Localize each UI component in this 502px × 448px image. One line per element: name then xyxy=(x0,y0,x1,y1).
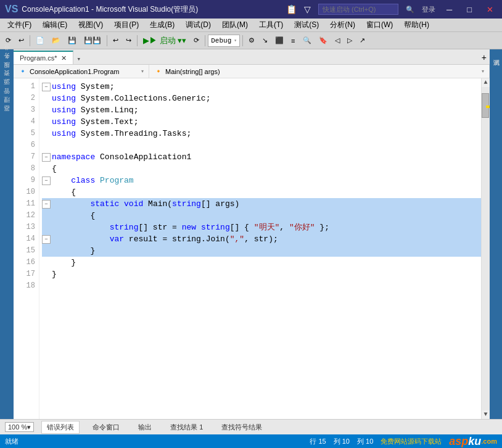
toolbar-new[interactable]: 📄 xyxy=(33,35,47,46)
code-line-3[interactable]: using System.Linq; xyxy=(42,104,481,116)
zoom-selector[interactable]: 100 % ▾ xyxy=(5,422,34,432)
left-sidebar-tab-5[interactable]: 管 xyxy=(1,95,12,102)
toolbar-watch[interactable]: ≡ xyxy=(288,35,298,46)
toolbar: ⟳ ↩ 📄 📂 💾 💾💾 ↩ ↪ ▶ ▶ 启动 ▾ ▾ ⟳ Debug ▾ ⚙ … xyxy=(0,32,502,49)
main-area: 业务服资源管理器 Program.cs* ✕ ▾ + 🔹 ConsoleAppl… xyxy=(0,49,502,419)
collapse-icon-14[interactable]: − xyxy=(42,235,51,244)
code-line-15[interactable]: } xyxy=(42,245,481,257)
left-sidebar-tab-3[interactable]: 资 xyxy=(1,78,12,85)
tab-overflow-btn[interactable]: ▾ xyxy=(73,54,85,64)
code-line-8[interactable]: { xyxy=(42,163,481,175)
maximize-btn[interactable]: □ xyxy=(463,4,475,15)
menu-item-项目(P)[interactable]: 项目(P) xyxy=(109,19,144,31)
line-number-10: 10 xyxy=(14,186,35,198)
zoom-arrow[interactable]: ▾ xyxy=(27,423,31,431)
code-line-12[interactable]: { xyxy=(42,210,481,222)
code-line-4[interactable]: using System.Text; xyxy=(42,116,481,128)
scroll-down-btn[interactable]: ▼ xyxy=(482,410,490,419)
menu-item-帮助(H)[interactable]: 帮助(H) xyxy=(399,19,434,31)
toolbar-arch[interactable]: ⚙ xyxy=(245,35,258,46)
code-content[interactable]: −using System;using System.Collections.G… xyxy=(39,78,481,419)
code-line-1[interactable]: −using System; xyxy=(42,81,481,93)
toolbar-condition[interactable]: 🔍 xyxy=(300,35,315,46)
collapse-icon-1[interactable]: − xyxy=(42,83,51,91)
toolbar-saveall[interactable]: 💾💾 xyxy=(81,35,104,46)
code-line-2[interactable]: using System.Collections.Generic; xyxy=(42,93,481,104)
left-sidebar-tab-6[interactable]: 理 xyxy=(1,104,12,111)
bottom-tab-3[interactable]: 查找结果 1 xyxy=(165,421,208,434)
minimize-btn[interactable]: ─ xyxy=(443,4,456,15)
code-text-8: { xyxy=(52,163,57,175)
code-line-18[interactable] xyxy=(42,280,481,292)
toolbar-btn-1[interactable]: ⟳ xyxy=(2,35,14,46)
menu-item-视图(V)[interactable]: 视图(V) xyxy=(73,19,108,31)
scroll-track[interactable] xyxy=(482,87,490,410)
code-line-5[interactable]: using System.Threading.Tasks; xyxy=(42,128,481,139)
class-nav-dropdown[interactable]: 🔹 ConsoleApplication1.Program ▾ xyxy=(14,65,149,78)
close-btn[interactable]: ✕ xyxy=(483,4,497,15)
code-line-6[interactable] xyxy=(42,139,481,151)
code-area[interactable]: 123456789101112131415161718 −using Syste… xyxy=(14,78,490,419)
menu-item-工具(T)[interactable]: 工具(T) xyxy=(254,19,288,31)
bottom-tab-1[interactable]: 命令窗口 xyxy=(87,421,125,434)
code-line-14[interactable]: − var result = string.Join(",", str); xyxy=(42,233,481,245)
filter-icon[interactable]: ▽ xyxy=(304,4,311,14)
code-line-11[interactable]: − static void Main(string[] args) xyxy=(42,198,481,210)
toolbar-open[interactable]: 📂 xyxy=(49,35,64,46)
menu-item-调试(D)[interactable]: 调试(D) xyxy=(181,19,216,31)
code-text-5: using System.Threading.Tasks; xyxy=(52,128,191,139)
toolbar-nav2[interactable]: ▷ xyxy=(344,35,355,46)
left-sidebar-tab-1[interactable]: 务 xyxy=(1,60,12,68)
toolbar-btn-2[interactable]: ↩ xyxy=(15,35,27,46)
tab-close-btn[interactable]: ✕ xyxy=(61,54,67,62)
quick-launch-input[interactable] xyxy=(318,4,398,15)
right-panel-tab[interactable]: 测试 xyxy=(490,52,501,57)
code-line-9[interactable]: − class Program xyxy=(42,175,481,186)
code-text-1: using System; xyxy=(52,81,114,93)
editor-scroll-btn[interactable]: + xyxy=(479,51,490,64)
collapse-icon-11[interactable]: − xyxy=(42,200,51,209)
code-line-16[interactable]: } xyxy=(42,257,481,268)
method-nav-dropdown[interactable]: 🔸 Main(string[] args) ▾ xyxy=(149,65,490,78)
menu-item-生成(B)[interactable]: 生成(B) xyxy=(145,19,179,31)
code-line-17[interactable]: } xyxy=(42,268,481,280)
collapse-icon-7[interactable]: − xyxy=(42,153,51,162)
collapse-icon-9[interactable]: − xyxy=(42,176,51,185)
code-line-7[interactable]: −namespace ConsoleApplication1 xyxy=(42,151,481,163)
menu-item-文件(F)[interactable]: 文件(F) xyxy=(2,19,36,31)
left-sidebar-tab-2[interactable]: 服 xyxy=(1,69,12,77)
toolbar-refresh[interactable]: ⟳ xyxy=(191,35,202,46)
toolbar-save[interactable]: 💾 xyxy=(65,35,80,46)
toolbar-undo[interactable]: ↩ xyxy=(110,35,121,46)
method-nav-label: Main(string[] args) xyxy=(165,68,220,75)
bottom-tab-2[interactable]: 输出 xyxy=(133,421,157,434)
tab-program-cs[interactable]: Program.cs* ✕ xyxy=(14,51,73,64)
left-sidebar-tab-4[interactable]: 源 xyxy=(1,86,12,94)
start-btn[interactable]: ▶ ▶ 启动 ▾ ▾ xyxy=(140,33,189,48)
debug-mode-dropdown[interactable]: Debug ▾ xyxy=(208,35,240,47)
vertical-scrollbar[interactable]: ▲ ▼ xyxy=(481,78,490,419)
left-sidebar-tab-7[interactable]: 器 xyxy=(1,112,12,120)
line-number-17: 17 xyxy=(14,268,35,280)
toolbar-nav1[interactable]: ◁ xyxy=(332,35,343,46)
bottom-tab-0[interactable]: 错误列表 xyxy=(41,421,80,434)
bottom-tab-4[interactable]: 查找符号结果 xyxy=(216,421,268,434)
login-label[interactable]: 登录 xyxy=(422,5,435,14)
code-line-13[interactable]: string[] str = new string[] { "明天", "你好"… xyxy=(42,222,481,233)
code-text-11: static void Main(string[] args) xyxy=(52,198,239,210)
menu-item-测试(S)[interactable]: 测试(S) xyxy=(289,19,324,31)
code-line-10[interactable]: { xyxy=(42,186,481,198)
menu-item-窗口(W)[interactable]: 窗口(W) xyxy=(361,19,398,31)
menu-item-编辑(E)[interactable]: 编辑(E) xyxy=(38,19,72,31)
toolbar-redo[interactable]: ↪ xyxy=(123,35,134,46)
toolbar-nav3[interactable]: ↗ xyxy=(356,35,368,46)
left-sidebar-tab-0[interactable]: 业 xyxy=(1,52,12,59)
menu-item-分析(N)[interactable]: 分析(N) xyxy=(325,19,360,31)
line-number-16: 16 xyxy=(14,257,35,268)
toolbar-breakpoint[interactable]: ⬛ xyxy=(272,35,287,46)
toolbar-bookmark[interactable]: 🔖 xyxy=(316,35,331,46)
menu-item-团队(M)[interactable]: 团队(M) xyxy=(217,19,253,31)
notification-icon[interactable]: 📋 xyxy=(286,4,297,14)
toolbar-step[interactable]: ↘ xyxy=(259,35,271,46)
scroll-up-btn[interactable]: ▲ xyxy=(482,78,490,87)
